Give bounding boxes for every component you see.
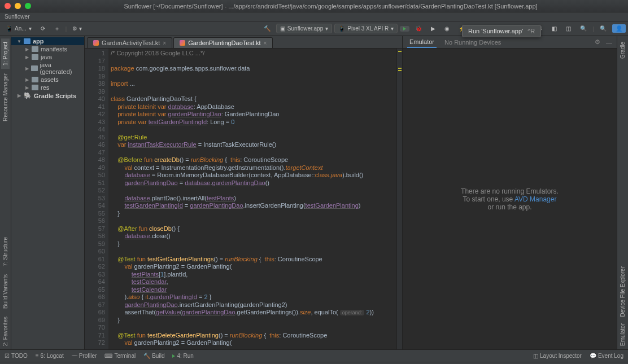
editor-tabs: GardenActivityTest.kt× GardenPlantingDao… [85,36,402,49]
status-bar: Run selected configuration 1:1 LF UTF-8 … [0,362,628,364]
emulator-tab[interactable]: Emulator [407,37,437,48]
kotlin-file-icon [93,40,99,46]
layout-inspector-button[interactable]: ◫ [562,24,574,33]
gradle-tool-tab[interactable]: Gradle [618,38,627,62]
code-content[interactable]: /* Copyright 2018 Google LLC ...*/packag… [108,49,396,349]
close-icon[interactable]: × [163,40,166,46]
tree-module-app[interactable]: ▼app [11,37,84,45]
emulator-empty-state: There are no running Emulators. To start… [403,49,617,349]
terminal-tool[interactable]: ⌨ Terminal [104,353,136,359]
coverage-button[interactable]: ▶ [428,24,439,33]
make-button[interactable]: 🔨 [260,24,274,33]
hide-panel-icon[interactable]: — [606,39,612,46]
window-title: Sunflower [~/Documents/Sunflower] - .../… [38,3,623,10]
structure-tool-tab[interactable]: 7: Structure [1,234,10,270]
sync-icon[interactable]: ⟳ [37,24,49,33]
todo-tool[interactable]: ☑ TODO [5,353,28,359]
tab-garden-activity-test[interactable]: GardenActivityTest.kt× [87,37,172,48]
traffic-lights[interactable] [5,3,31,9]
debug-button[interactable]: 🐞 [412,24,425,33]
bottom-tool-bar: ☑ TODO ≡ 6: Logcat 〰 Profiler ⌨ Terminal… [0,349,628,362]
troubleshoot-button[interactable]: 🔍 [577,24,590,33]
emulator-tool-tab[interactable]: Emulator [618,320,627,349]
favorites-tool-tab[interactable]: 2: Favorites [1,313,10,349]
kotlin-file-icon [180,40,185,46]
tree-item[interactable]: ▶java (generated) [11,61,84,76]
add-config-button[interactable]: ＋ [51,24,63,34]
tree-item[interactable]: ▶res [11,84,84,91]
minimize-icon[interactable] [15,3,21,9]
logcat-tool[interactable]: ≡ 6: Logcat [36,353,64,359]
close-icon[interactable]: × [264,40,267,46]
search-everywhere-button[interactable]: 🔍 [596,24,610,33]
left-tool-rail: 1: Project Resource Manager 7: Structure… [0,36,11,349]
close-icon[interactable] [5,3,11,9]
run-tool[interactable]: 4: Run [172,353,193,359]
error-stripe[interactable] [396,49,402,349]
project-panel: ▼app ▶manifests ▶java ▶java (generated) … [11,36,85,349]
tab-garden-planting-dao-test[interactable]: GardenPlantingDaoTest.kt× [173,37,273,48]
no-devices-tab[interactable]: No Running Devices [442,37,503,47]
build-variants-tab[interactable]: Build Variants [1,271,10,312]
resource-manager-button[interactable]: ◧ [548,24,560,33]
run-tooltip: Run 'Sunflower.app'^R [462,25,541,37]
tree-item[interactable]: ▶assets [11,76,84,84]
layout-inspector-tool[interactable]: ◫ Layout Inspector [533,353,582,359]
tree-gradle-scripts[interactable]: ▶🐘 Gradle Scripts [11,91,84,100]
panel-settings-icon[interactable]: ⚙ [595,38,600,46]
device-selector[interactable]: 📱 Pixel 3 XL API R ▾ [334,24,398,33]
resource-manager-tab[interactable]: Resource Manager [1,70,10,125]
profile-button[interactable]: ◉ [441,24,453,33]
window-titlebar: Sunflower [~/Documents/Sunflower] - .../… [0,0,628,12]
run-button[interactable] [400,26,409,32]
settings-icon[interactable]: ⚙ ▾ [69,24,85,33]
tree-item[interactable]: ▶manifests [11,45,84,53]
zoom-icon[interactable] [25,3,31,9]
project-tool-tab[interactable]: 1: Project [1,38,10,69]
scope-selector[interactable]: 📱 An... ▾ [2,24,35,33]
tree-item[interactable]: ▶java [11,53,84,61]
event-log-tool[interactable]: 💬 Event Log [590,353,623,359]
editor[interactable]: 117181938▶39404142434445464748495051↪52↪… [85,49,402,349]
avd-manager-link[interactable]: AVD Manager [514,195,556,203]
account-icon[interactable]: 👤 [612,24,626,33]
right-tool-rail: Gradle Device File Explorer Emulator [617,36,628,349]
device-file-explorer-tab[interactable]: Device File Explorer [618,263,627,320]
project-breadcrumb[interactable]: Sunflower [5,14,29,20]
navigation-bar: Sunflower [0,12,628,21]
build-tool[interactable]: 🔨 Build [143,353,164,359]
gutter[interactable]: 117181938▶39404142434445464748495051↪52↪… [85,49,108,349]
run-config-selector[interactable]: ▣ Sunflower.app ▾ [276,24,332,33]
profiler-tool[interactable]: 〰 Profiler [72,353,97,359]
editor-area: GardenActivityTest.kt× GardenPlantingDao… [85,36,402,349]
emulator-panel: Emulator No Running Devices ⚙ — There ar… [402,36,617,349]
